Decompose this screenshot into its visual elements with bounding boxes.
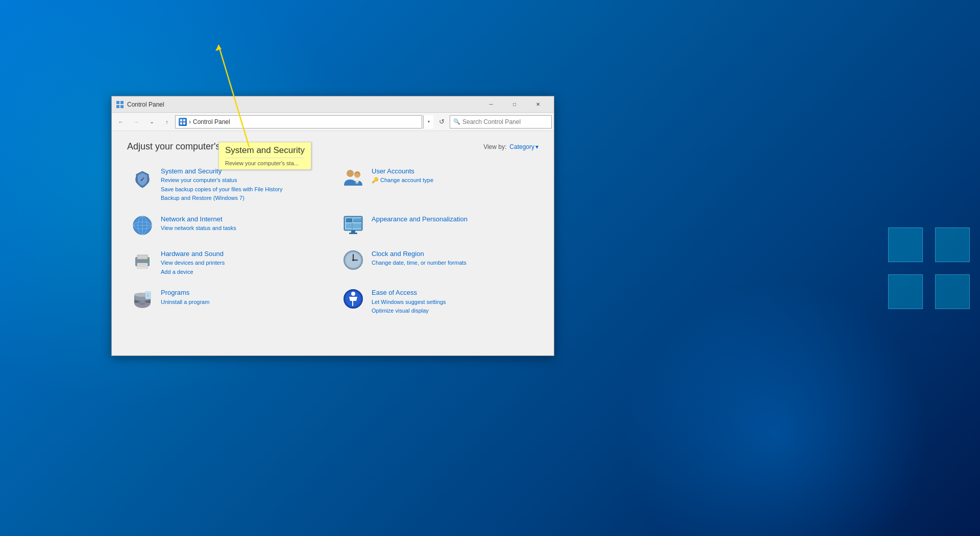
appearance-text: Appearance and Personalization xyxy=(372,213,535,224)
appearance-icon xyxy=(341,213,365,238)
programs-name[interactable]: Programs xyxy=(161,289,189,296)
programs-icon xyxy=(130,287,155,311)
printer-icon xyxy=(131,249,154,271)
svg-rect-24 xyxy=(353,218,361,222)
path-text: Control Panel xyxy=(193,118,230,125)
category-hardware[interactable]: Hardware and Sound View devices and prin… xyxy=(127,245,328,279)
svg-rect-34 xyxy=(138,266,146,267)
network-icon xyxy=(130,213,155,238)
shield-icon: ✓ xyxy=(131,166,154,189)
ease-access-text: Ease of Access Let Windows suggest setti… xyxy=(372,287,535,315)
path-separator: › xyxy=(189,118,191,125)
appearance-name[interactable]: Appearance and Personalization xyxy=(372,215,468,223)
hardware-name[interactable]: Hardware and Sound xyxy=(161,250,224,258)
view-by-value[interactable]: Category ▾ xyxy=(509,143,538,150)
search-icon: 🔍 xyxy=(453,118,460,125)
clock-name[interactable]: Clock and Region xyxy=(372,250,424,258)
clock-region-icon xyxy=(342,249,364,271)
svg-rect-4 xyxy=(180,119,182,121)
svg-point-11 xyxy=(347,170,354,177)
category-clock[interactable]: Clock and Region Change date, time, or n… xyxy=(338,245,538,279)
ease-access-link-1[interactable]: Let Windows suggest settings xyxy=(372,298,535,307)
recent-locations-button[interactable]: ⌄ xyxy=(144,115,159,129)
refresh-button[interactable]: ↺ xyxy=(434,115,449,129)
svg-point-56 xyxy=(351,292,355,296)
programs-link-1[interactable]: Uninstall a program xyxy=(161,298,325,307)
system-security-name[interactable]: System and Security xyxy=(161,167,222,175)
clock-text: Clock and Region Change date, time, or n… xyxy=(372,248,535,268)
page-header: Adjust your computer's settings View by:… xyxy=(127,141,538,152)
system-security-link-1[interactable]: Review your computer's status xyxy=(161,176,325,185)
window-title: Control Panel xyxy=(127,101,479,108)
svg-rect-3 xyxy=(120,105,124,108)
back-button[interactable]: ← xyxy=(114,115,128,129)
ease-access-name[interactable]: Ease of Access xyxy=(372,289,417,296)
titlebar-controls: ─ □ ✕ xyxy=(479,96,550,113)
ease-access-link-2[interactable]: Optimize visual display xyxy=(372,307,535,316)
titlebar: Control Panel ─ □ ✕ xyxy=(112,96,554,113)
hardware-link-2[interactable]: Add a device xyxy=(161,268,325,277)
monitor-icon xyxy=(342,214,364,237)
svg-rect-25 xyxy=(346,223,361,228)
hardware-link-1[interactable]: View devices and printers xyxy=(161,259,325,268)
system-security-icon: ✓ xyxy=(130,165,155,190)
network-text: Network and Internet View network status… xyxy=(161,213,325,233)
globe-icon xyxy=(131,214,154,237)
programs-text: Programs Uninstall a program xyxy=(161,287,325,307)
control-panel-icon xyxy=(116,100,124,109)
ease-access-icon xyxy=(341,287,365,311)
svg-rect-2 xyxy=(116,105,119,108)
svg-rect-31 xyxy=(137,255,148,259)
svg-text:✓: ✓ xyxy=(140,176,145,183)
main-content: Adjust your computer's settings View by:… xyxy=(112,131,554,355)
svg-rect-5 xyxy=(183,119,185,121)
svg-rect-0 xyxy=(116,101,119,104)
category-user-accounts[interactable]: ⊞ User Accounts 🔑 Change account type xyxy=(338,162,538,206)
minimize-button[interactable]: ─ xyxy=(479,96,503,113)
svg-rect-29 xyxy=(349,233,357,234)
path-icon xyxy=(179,118,187,126)
programs-disk-icon xyxy=(131,288,154,310)
maximize-button[interactable]: □ xyxy=(503,96,526,113)
category-ease-access[interactable]: Ease of Access Let Windows suggest setti… xyxy=(338,284,538,318)
forward-button[interactable]: → xyxy=(129,115,143,129)
svg-rect-1 xyxy=(120,101,124,104)
close-button[interactable]: ✕ xyxy=(526,96,550,113)
tooltip-annotation: System and Security Review your computer… xyxy=(218,142,311,170)
windows-logo-decoration xyxy=(878,171,980,365)
network-name[interactable]: Network and Internet xyxy=(161,215,223,223)
accessibility-icon xyxy=(342,288,364,310)
window-icon xyxy=(116,100,124,109)
svg-point-13 xyxy=(355,173,360,178)
view-by-control: View by: Category ▾ xyxy=(483,143,538,150)
category-programs[interactable]: Programs Uninstall a program xyxy=(127,284,328,318)
user-accounts-text: User Accounts 🔑 Change account type xyxy=(372,165,535,185)
svg-text:⊞: ⊞ xyxy=(355,180,359,185)
svg-rect-33 xyxy=(138,264,146,265)
svg-rect-6 xyxy=(180,122,182,124)
network-link-1[interactable]: View network status and tasks xyxy=(161,224,325,233)
search-input[interactable] xyxy=(462,118,548,125)
search-box[interactable]: 🔍 xyxy=(450,115,552,129)
svg-rect-28 xyxy=(351,231,355,233)
up-button[interactable]: ↑ xyxy=(160,115,174,129)
view-by-text: Category xyxy=(509,143,534,150)
system-security-link-2[interactable]: Save backup copies of your files with Fi… xyxy=(161,185,325,194)
hardware-icon xyxy=(130,248,155,272)
view-by-arrow: ▾ xyxy=(535,143,538,150)
user-accounts-name[interactable]: User Accounts xyxy=(372,167,414,175)
categories-grid: ✓ System and Security Review your comput… xyxy=(127,162,538,319)
category-network[interactable]: Network and Internet View network status… xyxy=(127,210,328,241)
tooltip-subtitle: Review your computer's sta... xyxy=(225,158,305,166)
hardware-text: Hardware and Sound View devices and prin… xyxy=(161,248,325,276)
address-path[interactable]: › Control Panel xyxy=(175,115,422,129)
system-security-link-3[interactable]: Backup and Restore (Windows 7) xyxy=(161,194,325,203)
grid-icon xyxy=(180,119,186,125)
category-appearance[interactable]: Appearance and Personalization xyxy=(338,210,538,241)
user-accounts-link-1[interactable]: 🔑 Change account type xyxy=(372,176,535,185)
clock-link-1[interactable]: Change date, time, or number formats xyxy=(372,259,535,268)
svg-rect-7 xyxy=(183,122,185,124)
address-dropdown-button[interactable]: ▾ xyxy=(423,115,433,129)
svg-point-35 xyxy=(147,259,149,261)
addressbar: ← → ⌄ ↑ › Control Panel ▾ ↺ 🔍 xyxy=(112,113,554,131)
